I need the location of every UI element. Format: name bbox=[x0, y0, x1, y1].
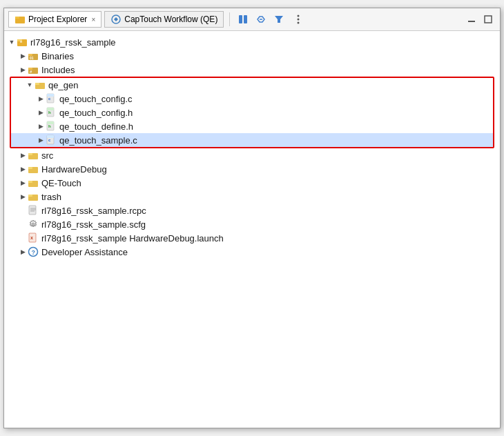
qe-gen-arrow bbox=[25, 80, 35, 90]
qe-touch-label: QE-Touch bbox=[41, 178, 81, 188]
h-file-icon-2: h bbox=[46, 121, 57, 132]
filter-icon bbox=[274, 14, 284, 24]
tree-item-binaries[interactable]: 01 Binaries bbox=[4, 49, 500, 63]
c-file-icon-1: c bbox=[46, 93, 57, 104]
svg-point-47 bbox=[32, 223, 35, 226]
qe-touch-config-h-label: qe_touch_config.h bbox=[59, 108, 133, 118]
includes-arrow bbox=[18, 65, 28, 75]
scfg-label: rl78g16_rssk_sample.scfg bbox=[41, 219, 146, 230]
tree-item-src[interactable]: src bbox=[4, 148, 500, 162]
sync-view-button[interactable] bbox=[235, 12, 251, 27]
svg-marker-5 bbox=[275, 16, 283, 23]
h-file-icon-1: h bbox=[46, 107, 57, 118]
svg-point-6 bbox=[298, 15, 300, 17]
ellipsis-vertical-icon bbox=[297, 14, 300, 24]
window-controls bbox=[464, 12, 496, 27]
view-menu-button[interactable] bbox=[291, 12, 306, 27]
tree-item-scfg[interactable]: rl78g16_rssk_sample.scfg bbox=[4, 217, 500, 231]
tree-item-hardware-debug[interactable]: HardwareDebug bbox=[4, 162, 500, 176]
trash-label: trash bbox=[41, 192, 61, 202]
qe-touch-sample-c-arrow bbox=[36, 135, 46, 145]
developer-assistance-icon: ? bbox=[28, 246, 39, 257]
svg-rect-41 bbox=[28, 195, 32, 197]
tab-captouch-workflow[interactable]: CapTouch Workflow (QE) bbox=[104, 11, 224, 28]
filter-button[interactable] bbox=[271, 12, 287, 27]
binaries-arrow bbox=[18, 51, 28, 61]
svg-rect-4 bbox=[244, 15, 247, 23]
svg-rect-21 bbox=[35, 83, 39, 85]
tree-item-rcpc[interactable]: rl78g16_rssk_sample.rcpc bbox=[4, 204, 500, 217]
svg-text:?: ? bbox=[32, 249, 36, 256]
tree-content: rl78g16_rssk_sample 01 Binaries bbox=[4, 31, 500, 428]
svg-point-7 bbox=[298, 19, 300, 21]
svg-rect-35 bbox=[28, 153, 32, 155]
qe-gen-label: qe_gen bbox=[48, 80, 78, 90]
c-file-icon-2: c bbox=[46, 135, 57, 146]
qe-touch-config-c-arrow bbox=[36, 94, 46, 103]
scfg-gear-icon bbox=[28, 219, 39, 230]
tree-item-qe-touch-config-h[interactable]: h qe_touch_config.h bbox=[11, 106, 493, 119]
qe-touch-config-h-arrow bbox=[36, 108, 46, 117]
trash-folder-icon bbox=[28, 191, 39, 202]
svg-text:x: x bbox=[30, 235, 33, 240]
tab-project-explorer[interactable]: Project Explorer × bbox=[8, 11, 101, 28]
svg-rect-37 bbox=[28, 167, 32, 169]
includes-label: Includes bbox=[41, 65, 75, 75]
root-label: rl78g16_rssk_sample bbox=[30, 37, 116, 48]
tree-item-qe-touch-sample-c[interactable]: c qe_touch_sample.c bbox=[11, 133, 493, 147]
svg-text:01: 01 bbox=[30, 56, 34, 60]
tree-item-root[interactable]: rl78g16_rssk_sample bbox=[4, 35, 500, 49]
svg-text:h: h bbox=[48, 110, 51, 115]
hardware-debug-label: HardwareDebug bbox=[41, 164, 107, 175]
svg-rect-39 bbox=[28, 181, 32, 183]
tree-item-qe-touch-config-c[interactable]: c qe_touch_config.c bbox=[11, 92, 493, 106]
qe-touch-define-h-arrow bbox=[36, 121, 46, 131]
tree-item-developer-assistance[interactable]: ? Developer Assistance bbox=[4, 245, 500, 259]
tree-item-qe-touch-define-h[interactable]: h qe_touch_define.h bbox=[11, 119, 493, 133]
svg-rect-13 bbox=[20, 41, 22, 43]
maximize-icon bbox=[484, 15, 492, 23]
src-label: src bbox=[41, 150, 53, 161]
link-icon bbox=[256, 14, 266, 24]
svg-text:h: h bbox=[48, 124, 51, 128]
svg-rect-10 bbox=[485, 16, 492, 23]
qe-gen-highlight-box: qe_gen c qe_touch_config.c bbox=[10, 77, 494, 148]
tree-item-includes[interactable]: # Includes bbox=[4, 63, 500, 77]
rcpc-file-icon bbox=[28, 205, 39, 216]
includes-icon: # bbox=[28, 64, 39, 75]
main-window: Project Explorer × CapTouch Workflow (QE… bbox=[3, 8, 501, 428]
trash-arrow bbox=[18, 192, 28, 201]
tree-item-qe-touch[interactable]: QE-Touch bbox=[4, 176, 500, 190]
qe-touch-folder-icon bbox=[28, 177, 39, 188]
developer-assistance-label: Developer Assistance bbox=[41, 247, 128, 257]
tree-item-qe-gen[interactable]: qe_gen bbox=[11, 78, 493, 92]
rcpc-label: rl78g16_rssk_sample.rcpc bbox=[41, 206, 146, 216]
svg-rect-3 bbox=[239, 15, 242, 23]
toolbar-separator-1 bbox=[229, 12, 230, 26]
link-editor-button[interactable] bbox=[253, 12, 269, 27]
maximize-button[interactable] bbox=[481, 12, 496, 27]
tab-captouch-workflow-label: CapTouch Workflow (QE) bbox=[124, 14, 217, 24]
launch-label: rl78g16_rssk_sample HardwareDebug.launch bbox=[41, 233, 224, 244]
qe-touch-arrow bbox=[18, 178, 28, 188]
titlebar: Project Explorer × CapTouch Workflow (QE… bbox=[4, 8, 500, 31]
minimize-button[interactable] bbox=[464, 12, 479, 27]
tree-item-trash[interactable]: trash bbox=[4, 190, 500, 204]
root-arrow bbox=[7, 37, 17, 47]
tab-project-explorer-close[interactable]: × bbox=[91, 16, 95, 23]
qe-touch-define-h-label: qe_touch_define.h bbox=[59, 121, 133, 132]
svg-rect-1 bbox=[15, 17, 19, 19]
project-explorer-tab-icon bbox=[14, 14, 26, 25]
qe-touch-sample-c-label: qe_touch_sample.c bbox=[59, 135, 137, 146]
launch-file-icon: x bbox=[28, 232, 39, 244]
tab-project-explorer-label: Project Explorer bbox=[28, 14, 87, 24]
binaries-label: Binaries bbox=[41, 51, 74, 61]
svg-rect-9 bbox=[468, 21, 475, 22]
developer-assistance-arrow bbox=[18, 247, 28, 257]
src-arrow bbox=[18, 150, 28, 160]
qe-touch-config-c-label: qe_touch_config.c bbox=[59, 94, 133, 104]
qe-gen-folder-icon bbox=[35, 79, 46, 90]
tree-item-launch[interactable]: x rl78g16_rssk_sample HardwareDebug.laun… bbox=[4, 231, 500, 245]
captouch-workflow-tab-icon bbox=[110, 14, 122, 25]
src-folder-icon bbox=[28, 150, 39, 161]
